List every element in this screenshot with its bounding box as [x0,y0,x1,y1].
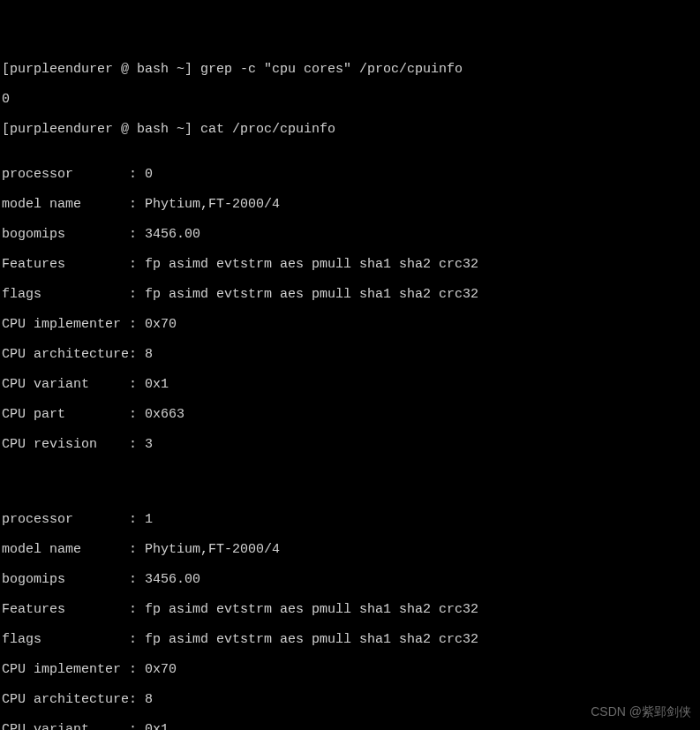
cpuinfo-line: model name : Phytium,FT-2000/4 [2,197,700,212]
terminal-output-line: 0 [2,92,700,107]
cpuinfo-line: processor : 1 [2,512,700,527]
cpuinfo-line: model name : Phytium,FT-2000/4 [2,542,700,557]
cpuinfo-line: CPU variant : 0x1 [2,377,700,392]
cpuinfo-line: bogomips : 3456.00 [2,227,700,242]
cpuinfo-line: Features : fp asimd evtstrm aes pmull sh… [2,257,700,272]
terminal-command-line: [purpleendurer @ bash ~] cat /proc/cpuin… [2,122,700,137]
cpuinfo-line: CPU variant : 0x1 [2,722,700,730]
cpuinfo-line: CPU architecture: 8 [2,347,700,362]
cpuinfo-line: processor : 0 [2,167,700,182]
cpuinfo-line: bogomips : 3456.00 [2,572,700,587]
blank-line [2,467,700,482]
cpuinfo-line: flags : fp asimd evtstrm aes pmull sha1 … [2,287,700,302]
watermark-text: CSDN @紫郢剑侠 [591,704,691,719]
cpuinfo-line: CPU revision : 3 [2,437,700,452]
cpuinfo-line: Features : fp asimd evtstrm aes pmull sh… [2,602,700,617]
cpuinfo-line: CPU part : 0x663 [2,407,700,422]
cpuinfo-line: CPU implementer : 0x70 [2,662,700,677]
cpuinfo-line: flags : fp asimd evtstrm aes pmull sha1 … [2,632,700,647]
cpuinfo-line: CPU implementer : 0x70 [2,317,700,332]
terminal-command-line: [purpleendurer @ bash ~] grep -c "cpu co… [2,62,700,77]
